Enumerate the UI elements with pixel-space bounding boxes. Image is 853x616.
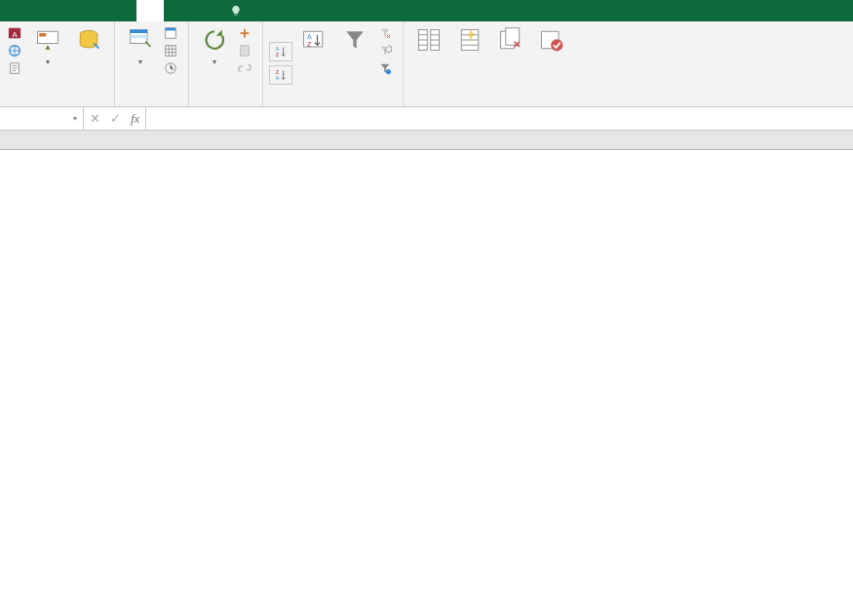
tab-data[interactable] <box>136 0 164 21</box>
sort-button[interactable]: AZ <box>294 24 333 102</box>
group-data-tools <box>404 21 577 106</box>
from-other-sources-button[interactable]: ▾ <box>28 24 67 102</box>
svg-text:Z: Z <box>307 41 312 48</box>
svg-rect-12 <box>166 46 176 57</box>
properties-icon <box>238 44 252 58</box>
group-label-external-data <box>6 102 108 106</box>
group-label-get-transform <box>121 102 182 106</box>
from-access-button[interactable]: A <box>6 24 26 42</box>
show-queries-button[interactable] <box>162 24 182 42</box>
tab-file[interactable] <box>0 0 27 21</box>
name-box[interactable]: ▾ <box>0 107 84 130</box>
remove-duplicates-button[interactable] <box>491 24 530 102</box>
svg-point-29 <box>551 39 562 51</box>
from-table-icon <box>164 44 177 58</box>
chevron-down-icon: ▾ <box>213 58 216 66</box>
refresh-icon <box>201 26 228 54</box>
tab-review[interactable] <box>164 0 191 21</box>
svg-text:Z: Z <box>276 52 280 58</box>
svg-rect-14 <box>241 46 250 57</box>
text-to-columns-button[interactable] <box>409 24 448 102</box>
advanced-icon <box>378 61 392 75</box>
svg-rect-5 <box>39 33 46 37</box>
svg-text:A: A <box>12 30 18 39</box>
bulb-icon <box>230 5 242 17</box>
filter-button[interactable] <box>335 24 374 102</box>
access-icon: A <box>8 26 21 40</box>
sort-desc-icon: ZA <box>274 68 288 82</box>
group-label-connections <box>195 102 256 106</box>
formula-input[interactable] <box>146 107 853 130</box>
chevron-down-icon[interactable]: ▾ <box>73 114 77 123</box>
svg-text:A: A <box>276 46 280 52</box>
tab-view[interactable] <box>191 0 218 21</box>
menu-tabs <box>0 0 853 21</box>
tab-insert[interactable] <box>55 0 82 21</box>
data-validation-icon <box>538 26 565 54</box>
data-validation-button[interactable] <box>532 24 571 102</box>
spreadsheet-grid[interactable] <box>0 131 853 150</box>
edit-links-button[interactable] <box>236 59 256 77</box>
svg-text:Z: Z <box>276 69 280 75</box>
from-table-button[interactable] <box>162 42 182 59</box>
sort-desc-button[interactable]: ZA <box>269 65 292 85</box>
recent-sources-button[interactable] <box>162 59 182 77</box>
new-query-button[interactable]: ▾ <box>121 24 160 102</box>
insert-function-button[interactable]: fx <box>131 111 139 127</box>
group-label-sort-filter <box>269 102 397 106</box>
svg-point-22 <box>386 69 391 74</box>
existing-connections-button[interactable] <box>69 24 108 102</box>
chevron-down-icon: ▾ <box>46 58 50 66</box>
text-file-icon <box>8 61 21 75</box>
show-queries-icon <box>164 26 177 40</box>
remove-dup-icon <box>497 26 524 54</box>
svg-text:A: A <box>307 33 312 40</box>
existing-connections-icon <box>75 26 102 54</box>
svg-text:A: A <box>276 75 280 81</box>
sort-icon: AZ <box>300 26 328 54</box>
cancel-formula-button[interactable]: ✕ <box>90 111 100 126</box>
clear-filter-button[interactable] <box>376 24 397 42</box>
sort-asc-button[interactable]: AZ <box>269 42 292 61</box>
clear-icon <box>378 26 392 40</box>
tell-me[interactable] <box>230 0 246 21</box>
connections-button[interactable] <box>236 24 256 42</box>
tab-home[interactable] <box>27 0 55 21</box>
flash-fill-icon <box>456 26 484 54</box>
group-get-transform: ▾ <box>115 21 189 106</box>
sort-asc-icon: AZ <box>274 45 288 58</box>
formula-bar: ▾ ✕ ✓ fx <box>0 107 853 131</box>
globe-icon <box>8 44 21 58</box>
filter-icon <box>341 26 368 54</box>
svg-rect-9 <box>131 35 148 39</box>
tab-page-layout[interactable] <box>82 0 109 21</box>
svg-rect-11 <box>166 28 176 31</box>
group-connections: ▾ <box>189 21 263 106</box>
group-external-data: A ▾ <box>0 21 115 106</box>
properties-button[interactable] <box>236 42 256 59</box>
new-query-icon <box>127 26 154 54</box>
tab-formulas[interactable] <box>109 0 136 21</box>
enter-formula-button[interactable]: ✓ <box>110 111 121 126</box>
refresh-all-button[interactable]: ▾ <box>195 24 234 102</box>
group-label-data-tools <box>409 102 571 106</box>
advanced-filter-button[interactable] <box>376 59 397 77</box>
text-columns-icon <box>415 26 443 54</box>
recent-sources-icon <box>164 61 177 75</box>
reapply-button[interactable] <box>376 42 397 59</box>
group-sort-filter: AZ ZA AZ <box>263 21 404 106</box>
reapply-icon <box>378 44 392 58</box>
from-text-button[interactable] <box>6 59 26 77</box>
other-sources-icon <box>34 26 61 54</box>
flash-fill-button[interactable] <box>450 24 489 102</box>
ribbon: A ▾ <box>0 21 853 107</box>
connections-icon <box>238 26 252 40</box>
from-web-button[interactable] <box>6 42 26 59</box>
svg-rect-8 <box>131 30 148 34</box>
edit-links-icon <box>238 61 252 75</box>
chevron-down-icon: ▾ <box>138 58 142 66</box>
